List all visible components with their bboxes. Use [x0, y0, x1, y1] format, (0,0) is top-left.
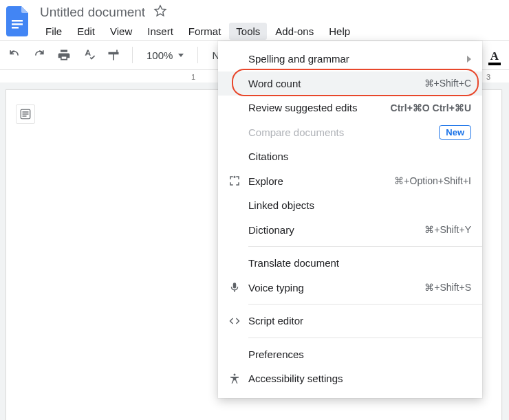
svg-rect-4	[23, 111, 29, 112]
toolbar-separator	[132, 47, 133, 63]
menu-file[interactable]: File	[39, 23, 69, 40]
menu-item-citations[interactable]: Citations	[218, 144, 482, 169]
menu-item-dictionary[interactable]: Dictionary ⌘+Shift+Y	[218, 218, 482, 243]
mic-icon	[225, 281, 244, 294]
menu-divider	[248, 304, 482, 305]
menu-item-linked-objects[interactable]: Linked objects	[218, 193, 482, 218]
text-color-glyph: A	[490, 52, 499, 61]
menu-item-script-editor[interactable]: Script editor	[218, 309, 482, 333]
new-badge: New	[439, 125, 471, 140]
menu-divider	[248, 246, 482, 247]
text-color-button[interactable]: A	[486, 49, 503, 67]
document-title[interactable]: Untitled document	[39, 3, 147, 21]
svg-rect-0	[12, 20, 23, 22]
menu-help[interactable]: Help	[322, 23, 357, 40]
chevron-right-icon	[467, 56, 471, 63]
script-icon	[225, 315, 244, 327]
spellcheck-button[interactable]	[80, 46, 98, 64]
menu-item-word-count[interactable]: Word count ⌘+Shift+C	[218, 71, 482, 96]
svg-rect-1	[12, 23, 23, 25]
menu-item-accessibility-settings[interactable]: Accessibility settings	[218, 366, 482, 391]
zoom-select[interactable]: 100%	[142, 49, 188, 61]
menu-item-explore[interactable]: Explore ⌘+Option+Shift+I	[218, 169, 482, 194]
menu-item-review-suggested-edits[interactable]: Review suggested edits Ctrl+⌘O Ctrl+⌘U	[218, 96, 482, 120]
toolbar-separator	[197, 47, 198, 63]
chevron-down-icon	[178, 54, 184, 57]
menu-format[interactable]: Format	[182, 23, 228, 40]
undo-button[interactable]	[6, 46, 23, 64]
menu-item-preferences[interactable]: Preferences	[218, 342, 482, 367]
print-button[interactable]	[55, 46, 73, 64]
menu-tools[interactable]: Tools	[229, 23, 267, 40]
explore-icon	[225, 175, 244, 187]
svg-rect-6	[23, 115, 27, 116]
zoom-value: 100%	[147, 49, 173, 61]
redo-button[interactable]	[30, 46, 48, 64]
accessibility-icon	[225, 373, 244, 385]
menubar: File Edit View Insert Format Tools Add-o…	[39, 23, 357, 40]
menu-view[interactable]: View	[103, 23, 139, 40]
paint-format-button[interactable]	[105, 46, 122, 64]
menu-item-translate-document[interactable]: Translate document	[218, 251, 482, 276]
star-icon[interactable]	[153, 4, 167, 20]
svg-point-7	[234, 373, 236, 375]
tools-dropdown: Spelling and grammar Word count ⌘+Shift+…	[218, 41, 482, 398]
menu-edit[interactable]: Edit	[70, 23, 102, 40]
menu-divider	[248, 338, 482, 338]
menu-item-voice-typing[interactable]: Voice typing ⌘+Shift+S	[218, 276, 482, 300]
ruler-tick: 1	[191, 73, 195, 81]
text-color-underline	[488, 63, 501, 65]
menu-item-spelling-grammar[interactable]: Spelling and grammar	[218, 47, 482, 71]
menu-insert[interactable]: Insert	[140, 23, 180, 40]
svg-rect-2	[12, 27, 19, 29]
svg-rect-5	[23, 113, 29, 114]
outline-toggle-button[interactable]	[16, 104, 35, 124]
menu-addons[interactable]: Add-ons	[268, 23, 321, 40]
header: Untitled document File Edit View Insert …	[0, 0, 509, 40]
ruler-tick: 3	[486, 73, 490, 81]
docs-logo-icon[interactable]	[4, 5, 32, 38]
menu-item-compare-documents: Compare documents New	[218, 120, 482, 145]
